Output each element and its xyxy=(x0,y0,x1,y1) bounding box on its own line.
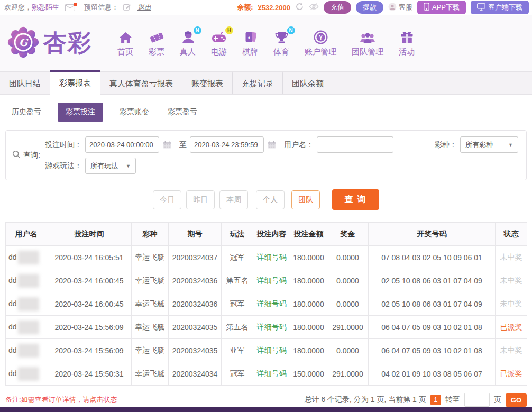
subtab-history-pl[interactable]: 历史盈亏 xyxy=(10,103,43,122)
site-logo[interactable]: G 杏彩 xyxy=(7,26,117,60)
nav-label: 棋牌 xyxy=(242,47,258,57)
refresh-icon[interactable] xyxy=(295,2,304,13)
team-button[interactable]: 团队 xyxy=(291,190,320,209)
cell-username: dd xyxy=(6,362,47,386)
go-button[interactable]: GO xyxy=(506,393,527,407)
cell-bet-time: 2020-03-24 16:00:45 xyxy=(47,269,132,292)
svg-text:♦: ♦ xyxy=(247,34,250,40)
time-to-input[interactable] xyxy=(190,136,264,153)
withdraw-button[interactable]: 提款 xyxy=(356,1,383,14)
home-icon xyxy=(118,30,133,44)
redacted-username xyxy=(18,297,39,311)
nav-item-sports[interactable]: N 体育 xyxy=(273,30,289,57)
app-download-button[interactable]: APP下载 xyxy=(417,1,466,14)
username-visible: dd xyxy=(8,299,17,307)
nav-item-live[interactable]: N 真人 xyxy=(180,30,196,57)
gamepad-icon: H xyxy=(211,30,227,44)
logo-emblem-icon: G xyxy=(7,26,39,60)
header: G 杏彩 首页 彩票 N xyxy=(0,15,532,71)
search-icon xyxy=(12,150,21,160)
hide-balance-icon[interactable] xyxy=(309,3,319,12)
yesterday-button[interactable]: 昨日 xyxy=(186,190,215,209)
play-type-label: 游戏玩法： xyxy=(45,161,82,171)
nav-item-activity[interactable]: 活动 xyxy=(399,30,415,57)
cell-username: dd xyxy=(6,292,47,316)
cell-lottery: 幸运飞艇 xyxy=(132,292,169,316)
cell-play: 亚军 xyxy=(222,339,253,362)
cell-bet-amount: 180.0000 xyxy=(290,246,327,269)
lottery-type-value: 所有彩种 xyxy=(465,140,493,150)
status-cell[interactable]: 未中奖 xyxy=(496,339,527,362)
personal-button[interactable]: 个人 xyxy=(256,190,285,209)
status-cell[interactable]: 已派奖 xyxy=(496,362,527,386)
time-from-input[interactable] xyxy=(85,136,159,153)
caret-down-icon: ▼ xyxy=(508,142,513,148)
page: 欢迎您，熟悉陌生 预留信息： 退出 余额: ¥532.2000 充值 提款 xyxy=(0,0,532,412)
cell-prize: 0.0000 xyxy=(327,269,369,292)
lottery-type-select[interactable]: 所有彩种 ▼ xyxy=(460,136,518,153)
tab-lottery-report[interactable]: 彩票报表 xyxy=(50,70,100,95)
cell-play: 冠军 xyxy=(222,292,253,316)
detail-numbers-link[interactable]: 详细号码 xyxy=(257,323,287,331)
footer-note: 备注:如需查看订单详情，请点击状态 xyxy=(5,395,117,405)
nav-label: 体育 xyxy=(273,47,289,57)
nav-label: 团队管理 xyxy=(352,47,383,57)
search-button[interactable]: 查 询 xyxy=(332,189,379,210)
detail-numbers-link[interactable]: 详细号码 xyxy=(257,276,287,285)
cell-play: 冠军 xyxy=(222,362,253,386)
goto-page-input[interactable] xyxy=(464,393,490,407)
tab-account-change-report[interactable]: 账变报表 xyxy=(182,71,233,94)
nav-item-account[interactable]: ¥ 账户管理 xyxy=(305,30,336,57)
nav-item-home[interactable]: 首页 xyxy=(117,30,133,57)
nav-label: 真人 xyxy=(180,47,196,57)
current-page-button[interactable]: 1 xyxy=(430,395,441,405)
nav-label: 活动 xyxy=(399,47,415,57)
nav-item-team[interactable]: 团队管理 xyxy=(352,30,383,57)
username-input[interactable] xyxy=(317,136,393,153)
username-text: 熟悉陌生 xyxy=(32,3,59,11)
detail-numbers-link[interactable]: 详细号码 xyxy=(257,346,287,354)
tab-team-balance[interactable]: 团队余额 xyxy=(283,71,333,94)
phone-icon xyxy=(424,3,429,12)
subtab-lottery-bets[interactable]: 彩票投注 xyxy=(58,103,103,122)
filter-row: 今日 昨日 本周 个人 团队 查 询 xyxy=(0,189,532,210)
redacted-username xyxy=(18,274,39,288)
records-summary: 总计 6 个记录, 分为 1 页, 当前第 1 页 xyxy=(305,395,426,405)
status-cell[interactable]: 未中奖 xyxy=(496,246,527,269)
status-cell[interactable]: 未中奖 xyxy=(496,269,527,292)
tab-team-daily[interactable]: 团队日结 xyxy=(0,71,50,94)
mail-icon[interactable] xyxy=(65,4,75,11)
cell-bet-amount: 180.0000 xyxy=(290,316,327,339)
table-row: dd2020-03-24 15:56:09幸运飞艇20200324035第五名详… xyxy=(6,316,527,339)
topbar: 欢迎您，熟悉陌生 预留信息： 退出 余额: ¥532.2000 充值 提款 xyxy=(0,0,532,15)
customer-service-link[interactable]: 客服 xyxy=(388,3,412,13)
client-download-button[interactable]: 客户端下载 xyxy=(471,1,529,14)
status-cell[interactable]: 已派奖 xyxy=(496,316,527,339)
subtab-lottery-pl[interactable]: 彩票盈亏 xyxy=(166,103,199,122)
nav-item-lottery[interactable]: 彩票 xyxy=(149,30,164,57)
tab-live-sports-report[interactable]: 真人体育盈亏报表 xyxy=(100,71,182,94)
today-button[interactable]: 今日 xyxy=(153,190,181,209)
this-week-button[interactable]: 本周 xyxy=(219,190,248,209)
detail-numbers-link[interactable]: 详细号码 xyxy=(257,369,287,378)
edit-icon[interactable] xyxy=(123,3,131,12)
nav-item-egames[interactable]: H 电游 xyxy=(211,30,227,57)
welcome-prefix: 欢迎您， xyxy=(4,3,32,11)
cell-play: 第五名 xyxy=(222,316,253,339)
calendar-icon[interactable] xyxy=(268,141,276,149)
calendar-icon[interactable] xyxy=(163,141,171,149)
deposit-button[interactable]: 充值 xyxy=(324,1,351,14)
nav-item-chess[interactable]: ♦ 棋牌 xyxy=(242,30,258,57)
detail-numbers-link[interactable]: 详细号码 xyxy=(257,253,287,261)
detail-numbers-link[interactable]: 详细号码 xyxy=(257,299,287,308)
tab-deposit-withdraw-log[interactable]: 充提记录 xyxy=(233,71,283,94)
logout-link[interactable]: 退出 xyxy=(137,3,151,12)
table-row: dd2020-03-24 15:56:09幸运飞艇20200324035亚军详细… xyxy=(6,339,527,362)
redacted-username xyxy=(18,321,39,334)
col-play: 玩法 xyxy=(222,223,253,246)
status-cell[interactable]: 未中奖 xyxy=(496,292,527,316)
play-type-select[interactable]: 所有玩法 ▼ xyxy=(85,158,136,174)
subtab-lottery-account-change[interactable]: 彩票账变 xyxy=(117,103,151,122)
svg-text:G: G xyxy=(19,36,29,48)
subtabs: 历史盈亏 彩票投注 彩票账变 彩票盈亏 xyxy=(0,95,532,129)
